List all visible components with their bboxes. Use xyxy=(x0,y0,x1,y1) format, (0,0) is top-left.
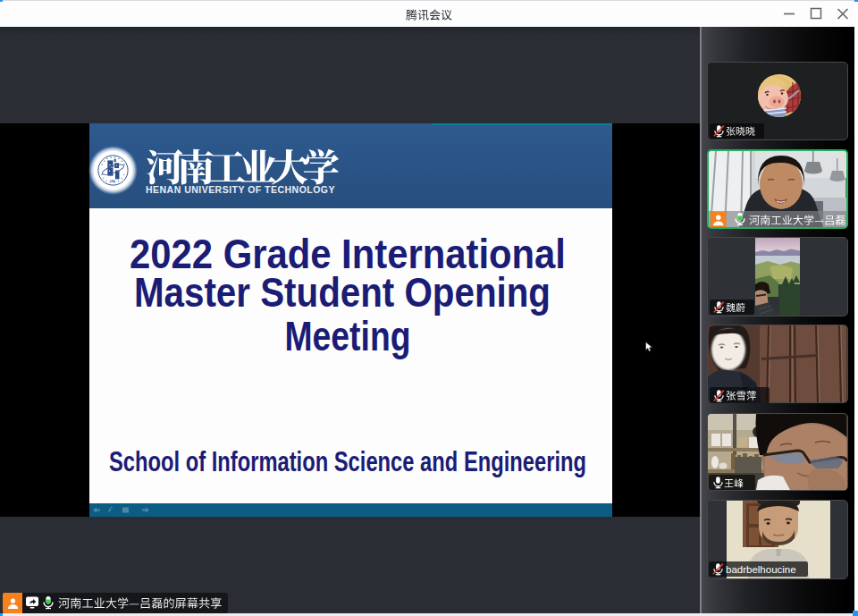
svg-text:Meeting: Meeting xyxy=(285,312,411,359)
svg-text:Master Student Opening: Master Student Opening xyxy=(134,268,551,316)
svg-text:School of Information Science: School of Information Science and Engine… xyxy=(109,445,586,477)
